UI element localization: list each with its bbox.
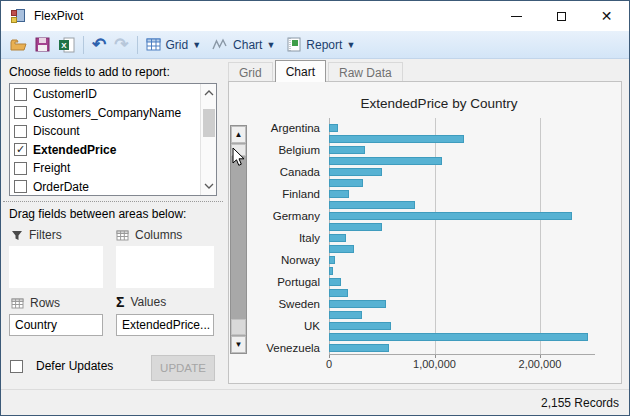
minimize-button[interactable] bbox=[494, 1, 539, 31]
drag-fields-label: Drag fields between areas below: bbox=[9, 207, 186, 221]
filters-label: Filters bbox=[29, 228, 62, 242]
scroll-down-icon[interactable] bbox=[204, 182, 214, 190]
field-list-scrollbar[interactable] bbox=[200, 84, 216, 195]
bar-france bbox=[329, 201, 415, 209]
bar-denmark bbox=[329, 179, 363, 187]
bar-argentina bbox=[329, 124, 338, 132]
x-axis-tick-label: 1,00,000 bbox=[395, 358, 475, 370]
field-item-label: ExtendedPrice bbox=[33, 143, 116, 157]
field-item[interactable]: CustomerID bbox=[10, 85, 200, 104]
toolbar-separator bbox=[83, 36, 84, 54]
field-item[interactable]: OrderDate bbox=[10, 178, 200, 197]
rows-field-chip[interactable]: Country bbox=[9, 314, 103, 336]
scroll-down-button[interactable]: ▼ bbox=[231, 336, 246, 353]
checkbox-icon[interactable] bbox=[14, 162, 27, 175]
field-item-label: CustomerID bbox=[33, 87, 97, 101]
bar-germany bbox=[329, 212, 572, 220]
chart-menu-button[interactable]: Chart ▼ bbox=[208, 34, 282, 56]
undo-arrow-icon: ↶ bbox=[92, 36, 106, 53]
report-menu-button[interactable]: Report ▼ bbox=[282, 34, 362, 56]
x-axis-tick-label: 2,00,000 bbox=[500, 358, 580, 370]
close-button[interactable]: ✕ bbox=[584, 1, 629, 31]
columns-drop-area[interactable] bbox=[116, 246, 214, 288]
open-button[interactable] bbox=[6, 34, 31, 56]
gridline bbox=[540, 118, 541, 355]
update-button[interactable]: UPDATE bbox=[151, 355, 215, 381]
chart-menu-label: Chart bbox=[233, 38, 262, 52]
rows-label: Rows bbox=[30, 296, 60, 310]
bar-portugal bbox=[329, 278, 341, 286]
bar-sweden bbox=[329, 300, 386, 308]
svg-text:X: X bbox=[61, 41, 67, 50]
tab-raw-data[interactable]: Raw Data bbox=[328, 62, 403, 81]
bar-belgium bbox=[329, 146, 365, 154]
x-axis-tick-label: 0 bbox=[289, 358, 369, 370]
floppy-disk-icon bbox=[35, 37, 50, 52]
undo-button[interactable]: ↶ bbox=[88, 34, 110, 56]
redo-button[interactable]: ↷ bbox=[110, 34, 132, 56]
save-button[interactable] bbox=[31, 34, 54, 56]
tab-chart[interactable]: Chart bbox=[275, 60, 326, 82]
record-count: 2,155 Records bbox=[541, 396, 619, 410]
table-icon bbox=[11, 298, 24, 309]
chevron-down-icon: ▼ bbox=[266, 40, 275, 50]
choose-fields-label: Choose fields to add to report: bbox=[9, 65, 170, 79]
checkbox-checked-icon[interactable]: ✓ bbox=[14, 143, 27, 156]
bar-canada bbox=[329, 168, 382, 176]
bar-brazil bbox=[329, 157, 442, 165]
field-item[interactable]: ✓ExtendedPrice bbox=[10, 141, 200, 160]
status-bar: 2,155 Records bbox=[1, 389, 629, 415]
field-item[interactable]: Customers_CompanyName bbox=[10, 104, 200, 123]
line-chart-icon bbox=[212, 38, 228, 51]
grid-menu-button[interactable]: Grid ▼ bbox=[142, 34, 209, 56]
scroll-up-icon[interactable] bbox=[204, 89, 214, 97]
tab-grid[interactable]: Grid bbox=[228, 62, 273, 81]
chart-title: ExtendedPrice by Country bbox=[269, 96, 609, 111]
maximize-button[interactable] bbox=[539, 1, 584, 31]
field-item[interactable]: Freight bbox=[10, 159, 200, 178]
tab-strip: GridChartRaw Data bbox=[228, 59, 405, 81]
separator bbox=[3, 201, 223, 202]
bar-austria bbox=[329, 135, 464, 143]
scrollbar-block[interactable] bbox=[231, 319, 246, 335]
export-excel-button[interactable]: X bbox=[54, 34, 79, 56]
values-field-chip[interactable]: ExtendedPrice... bbox=[116, 314, 214, 336]
chevron-down-icon: ▼ bbox=[346, 40, 355, 50]
bar-switzerland bbox=[329, 311, 362, 319]
field-item[interactable]: Discount bbox=[10, 122, 200, 141]
field-list: CustomerIDCustomers_CompanyNameDiscount✓… bbox=[9, 83, 217, 196]
bar-poland bbox=[329, 267, 333, 275]
checkbox-icon[interactable] bbox=[14, 180, 27, 193]
scrollbar-thumb[interactable] bbox=[203, 109, 215, 137]
x-axis-line bbox=[329, 354, 595, 355]
scroll-up-button[interactable]: ▲ bbox=[231, 126, 246, 143]
bar-spain bbox=[329, 289, 348, 297]
sigma-icon: Σ bbox=[116, 294, 124, 310]
filters-area-header: Filters bbox=[11, 228, 62, 242]
rows-area-header: Rows bbox=[11, 296, 60, 310]
close-icon: ✕ bbox=[601, 9, 613, 23]
checkbox-icon[interactable] bbox=[14, 106, 27, 119]
field-item-label: Freight bbox=[33, 161, 70, 175]
field-item-label: OrderDate bbox=[33, 180, 89, 194]
filters-drop-area[interactable] bbox=[9, 246, 103, 288]
table-icon bbox=[116, 230, 129, 241]
table-icon bbox=[146, 38, 161, 51]
mouse-cursor bbox=[232, 147, 246, 167]
checkbox-icon[interactable] bbox=[14, 125, 27, 138]
bar-mexico bbox=[329, 245, 354, 253]
columns-area-header: Columns bbox=[116, 228, 182, 242]
bar-ireland bbox=[329, 223, 382, 231]
toolbar-separator bbox=[137, 36, 138, 54]
excel-icon: X bbox=[58, 37, 75, 53]
app-window: FlexPivot ✕ X ↶ ↷ Grid ▼ Chart ▼ bbox=[0, 0, 630, 416]
chevron-down-icon: ▼ bbox=[192, 40, 201, 50]
title-bar: FlexPivot ✕ bbox=[1, 1, 629, 31]
defer-updates-checkbox[interactable] bbox=[10, 360, 23, 373]
checkbox-icon[interactable] bbox=[14, 88, 27, 101]
report-menu-label: Report bbox=[306, 38, 342, 52]
defer-updates-label: Defer Updates bbox=[36, 359, 113, 373]
window-title: FlexPivot bbox=[34, 9, 83, 23]
folder-open-icon bbox=[10, 38, 27, 52]
app-icon bbox=[10, 8, 26, 24]
